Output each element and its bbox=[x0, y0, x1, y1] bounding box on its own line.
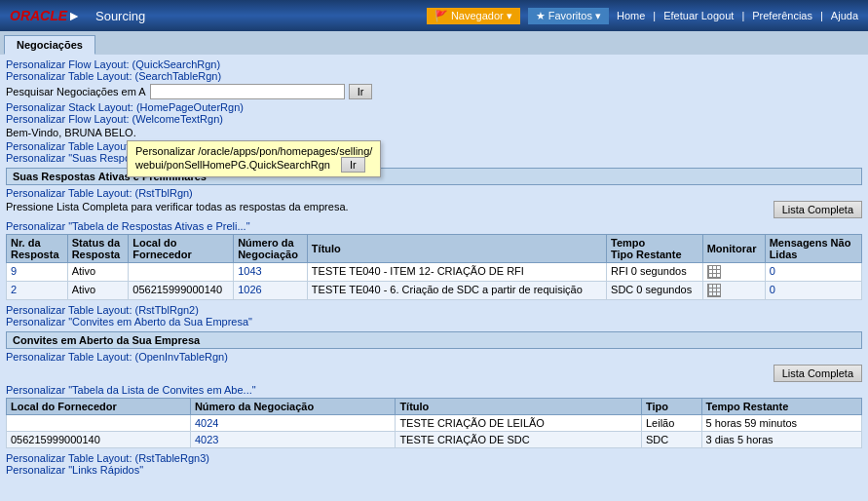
favoritos-button[interactable]: ★ Favoritos ▾ bbox=[528, 8, 609, 24]
col-titulo: Título bbox=[307, 235, 606, 263]
header-nav: 🚩 Navegador ▾ ★ Favoritos ▾ Home | Efetu… bbox=[427, 8, 858, 24]
help-link[interactable]: Ajuda bbox=[831, 10, 858, 21]
logout-link[interactable]: Efetuar Logout bbox=[663, 10, 734, 21]
resposta-nr-link[interactable]: 9 bbox=[11, 265, 17, 277]
lista-completa-button2[interactable]: Lista Completa bbox=[774, 365, 862, 382]
grid-icon bbox=[707, 284, 721, 297]
respostas-table: Nr. daResposta Status daResposta Local d… bbox=[6, 234, 862, 300]
resposta-tempo: SDC 0 segundos bbox=[607, 282, 703, 300]
table-row: 4024 TESTE CRIAÇÃO DE LEILÃO Leilão 5 ho… bbox=[7, 415, 862, 432]
personalizar-table-link1[interactable]: Personalizar Table Layout: (SearchTableR… bbox=[6, 70, 221, 82]
convite-tipo: Leilão bbox=[642, 415, 702, 432]
lista-completa-button1[interactable]: Lista Completa bbox=[774, 201, 862, 218]
flag-icon: 🚩 bbox=[434, 10, 448, 22]
home-link[interactable]: Home bbox=[617, 10, 645, 21]
personalizar-flow-layout-link: Personalizar Flow Layout: (QuickSearchRg… bbox=[6, 58, 862, 70]
col-numero-negociacao: Número daNegociação bbox=[234, 235, 308, 263]
negociacao-nr-link[interactable]: 1026 bbox=[238, 284, 261, 295]
resposta-titulo: TESTE TE040 - 6. Criação de SDC a partir… bbox=[307, 282, 606, 300]
convite-tempo: 3 dias 5 horas bbox=[701, 432, 862, 448]
personalizar-flow-link1[interactable]: Personalizar Flow Layout: (QuickSearchRg… bbox=[6, 58, 220, 70]
personalizar-table-layout-link: Personalizar Table Layout: (SearchTableR… bbox=[6, 70, 862, 82]
col-numero-negociacao2: Número da Negociação bbox=[190, 399, 395, 415]
separator3: | bbox=[820, 10, 823, 21]
section2-lista-row: Lista Completa bbox=[6, 365, 862, 382]
separator1: | bbox=[653, 10, 656, 21]
tabs-bar: Negociações bbox=[0, 31, 868, 55]
personalizar-tabela-respostas-link[interactable]: Personalizar "Tabela de Respostas Ativas… bbox=[6, 220, 250, 232]
ir-button[interactable]: Ir bbox=[349, 84, 373, 99]
main-content: Personalizar Flow Layout: (QuickSearchRg… bbox=[0, 55, 868, 480]
chevron-down-icon2: ▾ bbox=[595, 10, 601, 22]
resposta-status: Ativo bbox=[67, 263, 129, 282]
bem-vindo-text: Bem-Vindo, BRUNA BELO. bbox=[6, 127, 136, 138]
star-icon: ★ bbox=[536, 10, 546, 22]
convite-numero-link[interactable]: 4023 bbox=[195, 434, 218, 445]
convite-titulo: TESTE CRIAÇÃO DE LEILÃO bbox=[396, 415, 642, 432]
chevron-down-icon: ▾ bbox=[507, 10, 512, 22]
oracle-logo: ORACLE► bbox=[10, 8, 81, 23]
app-header: ORACLE► Sourcing 🚩 Navegador ▾ ★ Favorit… bbox=[0, 0, 868, 31]
table-row: 056215999000140 4023 TESTE CRIAÇÃO DE SD… bbox=[7, 432, 862, 448]
convite-tempo: 5 horas 59 minutos bbox=[701, 415, 862, 432]
personalizar-tabela-convites-link[interactable]: Personalizar "Tabela da Lista de Convite… bbox=[6, 384, 256, 396]
mensagens-link[interactable]: 0 bbox=[770, 284, 775, 295]
col-tempo-restante: Tempo Restante bbox=[701, 399, 862, 415]
tooltip-popup: Personalizar /oracle/apps/pon/homepages/… bbox=[127, 140, 381, 177]
personalizar-rst-tbl-link[interactable]: Personalizar Table Layout: (RstTblRgn) bbox=[6, 187, 193, 199]
table-row: 9 Ativo 1043 TESTE TE040 - ITEM 12- CRIA… bbox=[7, 263, 862, 282]
personalizar-convites-link[interactable]: Personalizar "Convites em Aberto da Sua … bbox=[6, 316, 252, 328]
search-row: Pesquisar Negociações em A Ir bbox=[6, 84, 862, 99]
navegador-button[interactable]: 🚩 Navegador ▾ bbox=[427, 8, 520, 24]
resposta-tempo: RFI 0 segundos bbox=[607, 263, 703, 282]
convite-numero-link[interactable]: 4024 bbox=[195, 417, 218, 429]
convite-titulo: TESTE CRIAÇÃO DE SDC bbox=[396, 432, 642, 448]
col-monitorar: Monitorar bbox=[702, 235, 765, 263]
negociacao-nr-link[interactable]: 1043 bbox=[238, 265, 261, 277]
personalizar-rst-tbl-rgn2-link[interactable]: Personalizar Table Layout: (RstTblRgn2) bbox=[6, 304, 199, 316]
resposta-monitorar[interactable] bbox=[702, 263, 765, 282]
col-status: Status daResposta bbox=[67, 235, 129, 263]
resposta-monitorar[interactable] bbox=[702, 282, 765, 300]
col-local-fornecedor2: Local do Fornecedor bbox=[7, 399, 191, 415]
search-input[interactable] bbox=[150, 84, 345, 99]
section1-description-row: Pressione Lista Completa para verificar … bbox=[6, 201, 862, 218]
grid-icon bbox=[707, 265, 721, 279]
col-titulo2: Título bbox=[396, 399, 642, 415]
resposta-titulo: TESTE TE040 - ITEM 12- CRIAÇÃO DE RFI bbox=[307, 263, 606, 282]
separator2: | bbox=[741, 10, 744, 21]
mensagens-link[interactable]: 0 bbox=[770, 265, 775, 277]
convite-tipo: SDC bbox=[642, 432, 702, 448]
app-title: Sourcing bbox=[95, 9, 427, 23]
personalizar-links-rapidos-link[interactable]: Personalizar "Links Rápidos" bbox=[6, 464, 143, 476]
tooltip-ir-button[interactable]: Ir bbox=[341, 157, 365, 173]
personalizar-rst-table-rgn3-link[interactable]: Personalizar Table Layout: (RstTableRgn3… bbox=[6, 452, 209, 464]
convite-local: 056215999000140 bbox=[7, 432, 191, 448]
col-tempo-tipo: TempoTipo Restante bbox=[607, 235, 703, 263]
col-local-fornecedor: Local doFornecedor bbox=[129, 235, 234, 263]
section2-header: Convites em Aberto da Sua Empresa bbox=[6, 331, 862, 349]
personalizar-flow-link2[interactable]: Personalizar Flow Layout: (WelcomeTextRg… bbox=[6, 113, 223, 125]
tooltip-text: Personalizar /oracle/apps/pon/homepages/… bbox=[135, 145, 372, 171]
col-tipo: Tipo bbox=[642, 399, 702, 415]
resposta-status: Ativo bbox=[67, 282, 129, 300]
search-label: Pesquisar Negociações em A bbox=[6, 86, 146, 97]
col-mensagens: Mensagens NãoLidas bbox=[765, 235, 861, 263]
preferences-link[interactable]: Preferências bbox=[752, 10, 812, 21]
resposta-local bbox=[129, 263, 234, 282]
section1-description: Pressione Lista Completa para verificar … bbox=[6, 201, 349, 212]
table-row: 2 Ativo 056215999000140 1026 TESTE TE040… bbox=[7, 282, 862, 300]
tab-negociacoes[interactable]: Negociações bbox=[4, 35, 95, 55]
convite-local bbox=[7, 415, 191, 432]
personalizar-open-inv-link[interactable]: Personalizar Table Layout: (OpenInvTable… bbox=[6, 351, 228, 363]
col-nr-resposta: Nr. daResposta bbox=[7, 235, 68, 263]
resposta-nr-link[interactable]: 2 bbox=[11, 284, 17, 295]
convites-table: Local do Fornecedor Número da Negociação… bbox=[6, 398, 862, 448]
personalizar-stack-link[interactable]: Personalizar Stack Layout: (HomePageOute… bbox=[6, 101, 244, 113]
resposta-local: 056215999000140 bbox=[129, 282, 234, 300]
